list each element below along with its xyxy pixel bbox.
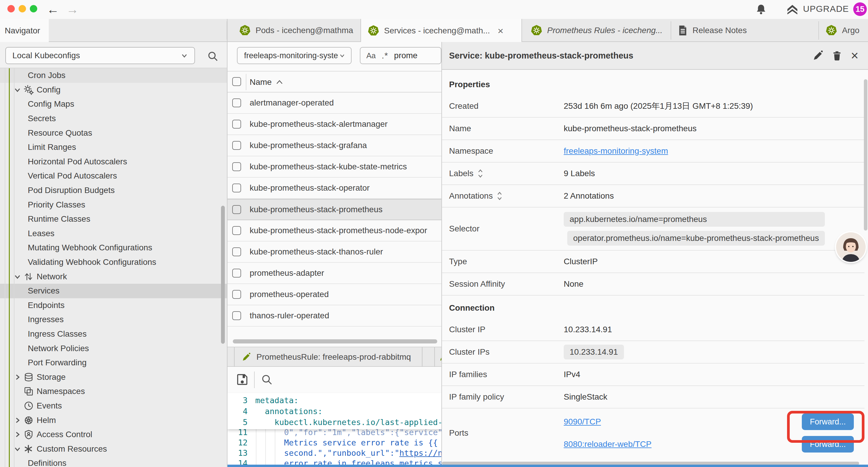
row-checkbox[interactable]: [232, 226, 241, 235]
kubernetes-icon: [368, 25, 379, 37]
port-link[interactable]: 8080:reloader-web/TCP: [564, 439, 651, 449]
sidebar-item-namespaces[interactable]: Namespaces: [0, 384, 227, 399]
sidebar-item-access-control[interactable]: Access Control: [0, 428, 227, 442]
detail-vscrollbar-thumb[interactable]: [864, 79, 867, 231]
tab-release-notes[interactable]: Release Notes: [671, 19, 818, 42]
sidebar-search-icon[interactable]: [207, 50, 219, 62]
row-checkbox[interactable]: [232, 247, 241, 256]
sidebar-item-network-policies[interactable]: Network Policies: [0, 341, 227, 356]
sidebar-item-cron-jobs[interactable]: Cron Jobs: [0, 68, 227, 83]
sidebar-item-validating-webhook-configurations[interactable]: Validating Webhook Configurations: [0, 255, 227, 269]
table-row-alertmanager-operated[interactable]: alertmanager-operated: [227, 92, 441, 114]
value-chip[interactable]: 10.233.14.91: [564, 345, 624, 359]
sidebar-item-helm[interactable]: Helm: [0, 413, 227, 428]
sidebar-item-config[interactable]: Config: [0, 83, 227, 97]
edit-pencil-icon[interactable]: [812, 50, 824, 61]
sidebar-item-storage[interactable]: Storage: [0, 370, 227, 384]
sidebar-item-mutating-webhook-configurations[interactable]: Mutating Webhook Configurations: [0, 241, 227, 255]
sidebar-item-runtime-classes[interactable]: Runtime Classes: [0, 212, 227, 226]
expand-updown-icon[interactable]: [477, 169, 484, 178]
traffic-light-zoom-icon[interactable]: [30, 5, 37, 12]
sidebar-item-config-maps[interactable]: Config Maps: [0, 97, 227, 111]
table-row-thanos-ruler-operated[interactable]: thanos-ruler-operated: [227, 305, 441, 327]
sidebar-item-horizontal-pod-autoscalers[interactable]: Horizontal Pod Autoscalers: [0, 154, 227, 169]
kubeconfig-select[interactable]: Local Kubeconfigs: [5, 47, 195, 64]
table-row-kube-prometheus-stack-thanos[interactable]: kube-prometheus-stack-thanos-ruler: [227, 241, 441, 263]
sidebar-item-ingress-classes[interactable]: Ingress Classes: [0, 327, 227, 341]
sidebar-item-pod-disruption-budgets[interactable]: Pod Disruption Budgets: [0, 183, 227, 198]
row-checkbox[interactable]: [232, 290, 241, 299]
sidebar-item-leases[interactable]: Leases: [0, 226, 227, 241]
traffic-light-close-icon[interactable]: [7, 5, 15, 12]
sidebar-item-events[interactable]: Events: [0, 399, 227, 413]
table-row-prometheus-adapter[interactable]: prometheus-adapter: [227, 263, 441, 284]
delete-trash-icon[interactable]: [831, 50, 843, 61]
sidebar-item-custom-resources[interactable]: Custom Resources: [0, 442, 227, 456]
back-icon[interactable]: ←: [47, 0, 59, 19]
sidebar-item-limit-ranges[interactable]: Limit Ranges: [0, 140, 227, 154]
list-hscrollbar-thumb[interactable]: [233, 339, 437, 344]
tab-services-icecheng-math-[interactable]: Services - icecheng@math...×: [361, 19, 522, 42]
property-row-cluster-ip: Cluster IP10.233.14.91: [442, 319, 864, 341]
sidebar-item-network[interactable]: Network: [0, 269, 227, 284]
match-case-toggle[interactable]: Aa: [366, 51, 376, 60]
tab-pods-icecheng-mathmas-[interactable]: Pods - icecheng@mathmas...: [232, 19, 360, 42]
editor-tab-bar: PrometheusRule: freeleaps-prod-rabbitmq: [227, 347, 441, 367]
namespace-link[interactable]: freeleaps-monitoring-system: [564, 146, 668, 156]
sidebar-item-endpoints[interactable]: Endpoints: [0, 298, 227, 313]
close-icon[interactable]: ×: [851, 47, 859, 64]
sidebar-item-ingresses[interactable]: Ingresses: [0, 313, 227, 327]
row-checkbox[interactable]: [232, 205, 241, 214]
expand-updown-icon[interactable]: [496, 192, 503, 200]
row-checkbox[interactable]: [232, 120, 241, 128]
row-checkbox[interactable]: [232, 98, 241, 107]
property-label: Type: [449, 257, 467, 266]
editor-tab-next-partial[interactable]: [434, 347, 441, 367]
navigator-panel-tab[interactable]: Navigator: [0, 19, 49, 42]
upgrade-chevrons-icon[interactable]: [786, 3, 799, 16]
avatar[interactable]: [836, 232, 866, 262]
yaml-editor[interactable]: 11 0","for":"1m","labels":{"service":"12…: [227, 393, 441, 467]
sidebar-item-definitions[interactable]: Definitions: [0, 456, 227, 467]
list-search-input[interactable]: prome: [394, 51, 417, 60]
upgrade-label[interactable]: UPGRADE: [803, 4, 849, 14]
sidebar-item-secrets[interactable]: Secrets: [0, 111, 227, 126]
notifications-bell-icon[interactable]: [755, 4, 767, 16]
port-link[interactable]: 9090/TCP: [564, 417, 601, 427]
select-all-checkbox[interactable]: [232, 77, 241, 86]
table-row-kube-prometheus-stack-operat[interactable]: kube-prometheus-stack-operator: [227, 178, 441, 199]
regex-toggle[interactable]: .*: [382, 51, 388, 61]
detail-panel-header: Service: kube-prometheus-stack-prometheu…: [442, 42, 868, 70]
update-count-badge[interactable]: 15: [853, 2, 867, 16]
value-chip[interactable]: app.kubernetes.io/name=prometheus: [564, 212, 825, 227]
table-row-prometheus-operated[interactable]: prometheus-operated: [227, 284, 441, 305]
table-row-kube-prometheus-stack-promet[interactable]: kube-prometheus-stack-prometheus: [227, 199, 441, 220]
save-icon[interactable]: [236, 373, 249, 386]
value-chip[interactable]: operator.prometheus.io/name=kube-prometh…: [567, 231, 825, 245]
tab-argo-se[interactable]: Argo Se: [819, 19, 868, 42]
forward-icon[interactable]: →: [66, 0, 79, 19]
namespace-filter-select[interactable]: freeleaps-monitoring-system: [237, 47, 351, 64]
row-checkbox[interactable]: [232, 183, 241, 193]
table-row-kube-prometheus-stack-kube-s[interactable]: kube-prometheus-stack-kube-state-metrics: [227, 156, 441, 178]
list-search-box[interactable]: Aa .* prome: [360, 47, 441, 64]
sidebar-item-resource-quotas[interactable]: Resource Quotas: [0, 126, 227, 140]
tab-close-icon[interactable]: ×: [498, 25, 503, 37]
editor-search-icon[interactable]: [260, 373, 273, 386]
table-row-kube-prometheus-stack-grafan[interactable]: kube-prometheus-stack-grafana: [227, 135, 441, 156]
editor-tab-active[interactable]: PrometheusRule: freeleaps-prod-rabbitmq: [234, 347, 423, 367]
table-row-kube-prometheus-stack-promet[interactable]: kube-prometheus-stack-prometheus-node-ex…: [227, 220, 441, 241]
row-checkbox[interactable]: [232, 311, 241, 320]
row-checkbox[interactable]: [232, 141, 241, 150]
sidebar-item-vertical-pod-autoscalers[interactable]: Vertical Pod Autoscalers: [0, 169, 227, 183]
sidebar-item-priority-classes[interactable]: Priority Classes: [0, 198, 227, 212]
name-column-header[interactable]: Name: [250, 71, 283, 92]
tab-prometheus-rules-icechen[interactable]: Prometheus Rules - icecheng...: [524, 19, 671, 42]
sidebar-scrollbar-thumb[interactable]: [221, 206, 225, 344]
row-checkbox[interactable]: [232, 269, 241, 278]
traffic-light-minimize-icon[interactable]: [19, 5, 26, 12]
sidebar-item-services[interactable]: Services: [0, 284, 227, 298]
sidebar-item-port-forwarding[interactable]: Port Forwarding: [0, 356, 227, 370]
table-row-kube-prometheus-stack-alertm[interactable]: kube-prometheus-stack-alertmanager: [227, 114, 441, 135]
row-checkbox[interactable]: [232, 162, 241, 171]
